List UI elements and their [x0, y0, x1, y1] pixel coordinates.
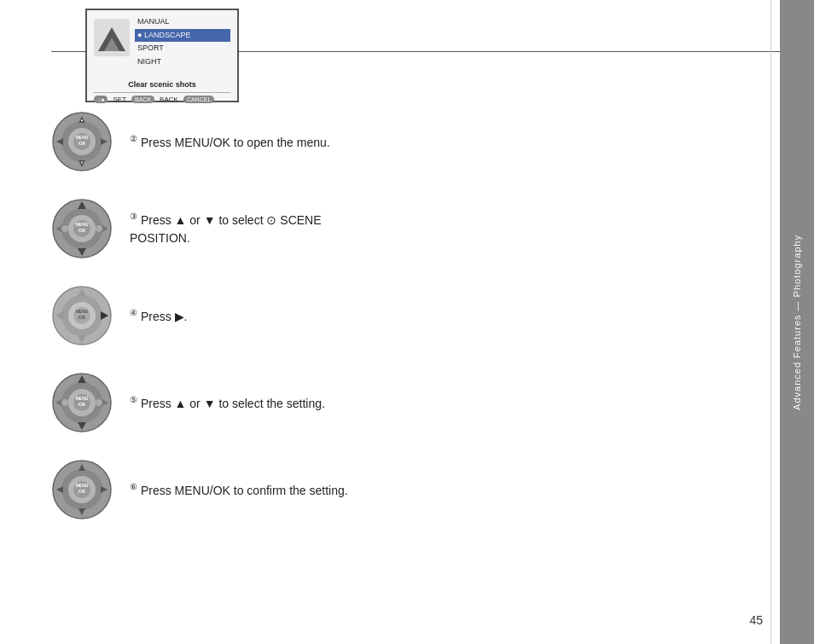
vertical-rule — [770, 0, 771, 644]
svg-text:MENU: MENU — [76, 483, 89, 488]
step-6-row: MENU /OK ⑥ Press MENU/OK to confirm the … — [51, 459, 712, 520]
step-4-number: ④ — [130, 308, 137, 317]
step-5-dial: MENU /OK — [51, 372, 113, 433]
svg-text:▼: ▼ — [80, 160, 84, 165]
set-button-icon: ○● — [94, 96, 108, 103]
step-5-text: ⑤ Press ▲ or ▼ to select the setting. — [130, 393, 325, 413]
step-3-row: MENU /OK ③ Press ▲ or ▼ to select ⊙ SCEN… — [51, 198, 712, 259]
svg-point-25 — [61, 225, 68, 232]
menu-item-manual: MANUAL — [135, 15, 230, 29]
svg-text:/OK: /OK — [78, 489, 86, 494]
svg-text:/OK: /OK — [78, 315, 86, 320]
menu-item-night: NIGHT — [135, 55, 230, 69]
back-label: BACK — [160, 96, 178, 103]
step-2-dial: MENU /OK ▲ ▼ — [51, 111, 113, 172]
menu-item-landscape: ● LANDSCAPE — [135, 29, 230, 43]
back-button-icon: BACK — [131, 96, 154, 103]
svg-text:▲: ▲ — [80, 118, 84, 122]
cancel-button-icon: CANCEL — [183, 96, 214, 103]
screenshot-box: MANUAL ● LANDSCAPE SPORT NIGHT Clear sce… — [85, 9, 239, 102]
svg-text:MENU: MENU — [76, 222, 89, 227]
step-6-number: ⑥ — [130, 482, 137, 491]
svg-point-26 — [96, 225, 102, 232]
menu-item-sport: SPORT — [135, 42, 230, 55]
mountain-icon — [94, 19, 130, 56]
svg-text:/OK: /OK — [78, 141, 86, 146]
menu-list: MANUAL ● LANDSCAPE SPORT NIGHT — [135, 15, 230, 78]
step-4-text: ④ Press ▶. — [130, 306, 187, 326]
svg-point-48 — [96, 399, 102, 406]
step-4-dial: MENU /OK — [51, 285, 113, 346]
step-3-number: ③ — [130, 212, 137, 221]
step-6-text: ⑥ Press MENU/OK to confirm the setting. — [130, 480, 348, 500]
svg-point-47 — [61, 399, 68, 406]
step-5-number: ⑤ — [130, 395, 137, 404]
step-3-text: ③ Press ▲ or ▼ to select ⊙ SCENEPOSITION… — [130, 210, 322, 247]
svg-text:MENU: MENU — [76, 135, 89, 140]
svg-text:MENU: MENU — [76, 309, 89, 314]
step-3-dial: MENU /OK — [51, 198, 113, 259]
sidebar: Advanced Features — Photography — [780, 0, 814, 644]
sidebar-label: Advanced Features — Photography — [792, 235, 802, 410]
step-5-row: MENU /OK ⑤ Press ▲ or ▼ to select the se… — [51, 372, 712, 433]
svg-text:/OK: /OK — [78, 402, 86, 407]
screenshot-bottom-bar: ○● SET BACK BACK CANCEL — [94, 92, 230, 103]
page-number: 45 — [749, 613, 763, 627]
step-2-number: ② — [130, 134, 137, 143]
step-2-row: MENU /OK ▲ ▼ ② Press MENU/OK to open the… — [51, 111, 712, 172]
step-6-dial: MENU /OK — [51, 459, 113, 520]
screenshot-caption: Clear scenic shots — [94, 80, 230, 89]
svg-text:MENU: MENU — [76, 396, 89, 401]
step-4-row: MENU /OK ④ Press ▶. — [51, 285, 712, 346]
step-2-text: ② Press MENU/OK to open the menu. — [130, 132, 330, 152]
steps-area: MENU /OK ▲ ▼ ② Press MENU/OK to open the… — [51, 111, 712, 546]
svg-text:/OK: /OK — [78, 228, 86, 233]
set-label: SET — [113, 96, 126, 103]
